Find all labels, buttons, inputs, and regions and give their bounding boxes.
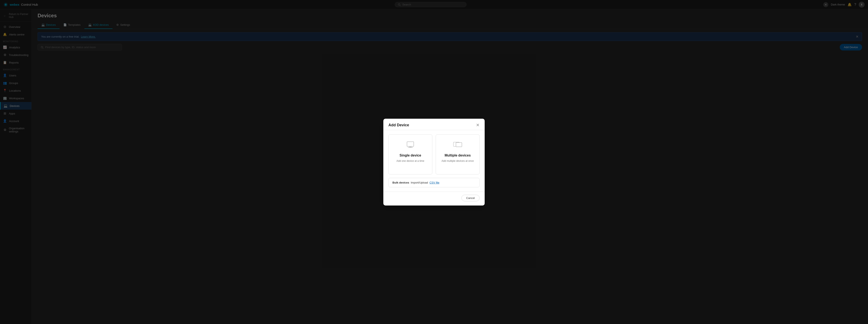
multiple-devices-svg xyxy=(453,140,462,149)
bulk-devices-text: Import/Upload xyxy=(411,181,428,184)
bulk-devices-section: Bulk devices Import/Upload CSV file xyxy=(389,178,479,187)
add-device-modal: Add Device ✕ Single device Add one devic… xyxy=(383,119,485,206)
modal-body: Single device Add one device at a time M… xyxy=(383,130,485,192)
single-device-svg xyxy=(406,140,415,149)
multiple-devices-card[interactable]: Multiple devices Add multiple devices at… xyxy=(436,134,479,174)
modal-header: Add Device ✕ xyxy=(383,119,485,130)
modal-overlay[interactable]: Add Device ✕ Single device Add one devic… xyxy=(0,0,868,324)
cancel-button[interactable]: Cancel xyxy=(461,195,479,201)
modal-title: Add Device xyxy=(389,123,409,127)
bulk-devices-label: Bulk devices xyxy=(393,181,409,184)
modal-close-button[interactable]: ✕ xyxy=(476,123,479,127)
svg-rect-11 xyxy=(456,143,462,147)
multiple-devices-title: Multiple devices xyxy=(444,153,471,157)
single-device-title: Single device xyxy=(400,153,421,157)
svg-rect-7 xyxy=(407,142,414,146)
single-device-card[interactable]: Single device Add one device at a time xyxy=(389,134,432,174)
single-device-subtitle: Add one device at a time xyxy=(396,159,424,163)
single-device-icon xyxy=(406,140,415,151)
bulk-csv-link[interactable]: CSV file xyxy=(430,181,439,184)
multiple-devices-subtitle: Add multiple devices at once xyxy=(442,159,474,163)
multiple-devices-icon xyxy=(453,140,462,151)
modal-footer: Cancel xyxy=(383,192,485,206)
device-type-cards: Single device Add one device at a time M… xyxy=(389,134,479,174)
